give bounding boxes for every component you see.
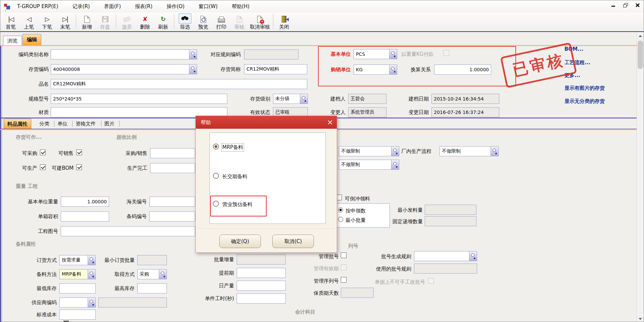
item-code-field[interactable]: 400400008 [51,64,197,74]
min-batch-label: 最小批量 [346,217,374,224]
lookup-icon[interactable] [88,298,95,307]
vertical-scrollbar[interactable] [637,33,644,322]
code-category-field[interactable] [51,49,197,59]
lookup-icon[interactable] [391,160,399,169]
toolbar-print[interactable]: 打印 [212,13,230,30]
purchase-sale-field[interactable] [150,148,195,158]
limit-field-c[interactable]: 不做限制 [339,160,399,170]
toolbar-refresh[interactable]: ↻ 刷新 [154,13,172,30]
mrp-stock-label[interactable]: MRP备料 [222,144,243,151]
purchasable-checkbox[interactable] [40,150,46,155]
trade-unit-field[interactable]: KG [354,65,397,75]
drawing-no-field[interactable] [61,226,195,236]
lookup-icon[interactable] [469,251,477,261]
menu-report[interactable]: 报表(R) [133,3,154,10]
tab-category[interactable]: 分类 [39,121,49,127]
minimize-button[interactable] [611,2,616,8]
lookup-icon[interactable] [88,270,95,279]
lookup-icon[interactable] [300,94,308,104]
toolbar-first-record[interactable]: |◁ 首笔 [2,13,20,30]
customs-code-field[interactable] [149,197,195,207]
close-window-button[interactable] [635,2,640,8]
max-stock-field[interactable] [137,283,167,293]
menu-help[interactable]: 帮助(H) [230,3,251,10]
conv-rate-field[interactable]: 1.00000 [434,65,491,75]
lookup-icon[interactable] [189,65,197,74]
tab-images[interactable]: 图片 [104,121,114,127]
daily-output-field[interactable] [237,281,286,291]
menu-record[interactable]: 记录(R) [71,3,92,10]
new-document-icon [84,15,90,24]
base-weight-field[interactable]: 1.00000 [61,197,109,207]
by-request-radio[interactable] [338,207,343,212]
tab-item-attributes[interactable]: 料品属性 [4,119,31,129]
ok-button[interactable]: 确定(Q) [219,235,261,248]
manage-batch-checkbox[interactable] [341,252,347,258]
batch-increment-label: 批量增量 [196,256,234,263]
barcode-field[interactable] [149,211,195,222]
can-bom-checkbox[interactable] [76,164,82,170]
link-show-uncategorized[interactable]: 显示无分类的存货 [564,98,605,105]
production-field[interactable] [150,163,195,173]
item-name-field[interactable]: CR12MOV精料 [51,79,307,89]
level-field[interactable]: 未分级 [273,94,308,104]
toolbar-last-record[interactable]: ▷| 末笔 [56,13,74,30]
scrollbar-thumb[interactable] [638,41,643,69]
scroll-up-button[interactable] [637,33,644,39]
long-lead-radio[interactable] [213,173,219,179]
tab-unit[interactable]: 单位 [57,121,67,127]
unit-hours-field[interactable] [237,293,286,304]
toolbar-preview[interactable]: 预览 [194,13,212,30]
dialog-close-icon[interactable] [327,119,333,126]
link-show-with-images[interactable]: 显示有图片的存货 [564,85,605,91]
std-cost-field[interactable] [59,310,96,320]
min-stock-field[interactable] [59,283,96,293]
toolbar-next-record[interactable]: ▷ 下笔 [38,13,56,30]
mrp-stock-radio[interactable] [213,144,219,150]
batch-rule-field[interactable] [414,251,477,261]
lookup-icon[interactable] [389,65,397,74]
lookup-icon[interactable] [491,147,498,156]
stock-method-field[interactable]: MRP备料 [59,269,96,279]
acquire-method-field[interactable]: 采购 [137,269,167,279]
restore-button[interactable] [623,2,628,8]
factory-flow-field[interactable]: 不做限制 [440,146,499,156]
toolbar-filter[interactable]: 筛选 [176,13,194,30]
scroll-down-button[interactable] [637,316,644,322]
item-short-field[interactable]: CR12MOV精料 [244,64,307,74]
menu-operation[interactable]: 操作(O) [165,3,187,10]
base-unit-field[interactable]: PCS [354,49,397,59]
lookup-icon[interactable] [391,147,399,156]
spec-field[interactable]: 250*240*35 [51,94,227,104]
lookup-icon[interactable] [389,49,397,59]
box-volume-field[interactable] [61,211,109,222]
sellable-checkbox[interactable] [76,150,82,155]
limit-field-a[interactable]: 不做限制 [339,146,399,156]
tab-edit[interactable]: 编辑 [22,34,41,45]
lead-time-field[interactable] [237,268,286,278]
toolbar-delete[interactable]: ✘ 删除 [136,13,154,30]
long-lead-label[interactable]: 长交期备料 [222,173,247,180]
toolbar-close[interactable]: 关闭 [275,13,293,30]
order-method-label: 订货方式 [18,257,57,264]
section-serial-partial: 列号 [348,243,358,249]
toolbar-cancel-audit[interactable]: 取消审核 [248,13,271,30]
producible-checkbox[interactable] [40,164,46,170]
preview-icon [200,15,206,24]
manage-serial-checkbox[interactable] [341,277,347,283]
lookup-icon[interactable] [189,50,197,59]
supplier-code-field[interactable] [59,297,96,308]
lookup-icon[interactable] [159,270,167,279]
min-batch-radio[interactable] [338,217,343,222]
cancel-button[interactable]: 取消(C) [272,235,314,248]
menu-window[interactable]: 窗口(W) [197,3,220,10]
toolbar-prev-record[interactable]: ◁ 上笔 [20,13,38,30]
last-record-icon: ▷| [62,15,68,24]
tab-qualification-files[interactable]: 资格文件 [76,121,96,127]
lookup-icon[interactable] [88,255,95,265]
toolbar-new[interactable]: 新增 [78,13,96,30]
menu-interface[interactable]: 界面(F) [102,3,123,10]
tab-browse[interactable]: 浏览 [3,36,22,45]
menu-tgroup-erp[interactable]: T-GROUP ERP(E) [15,3,60,10]
order-method-field[interactable]: 按需求量 [59,255,96,265]
